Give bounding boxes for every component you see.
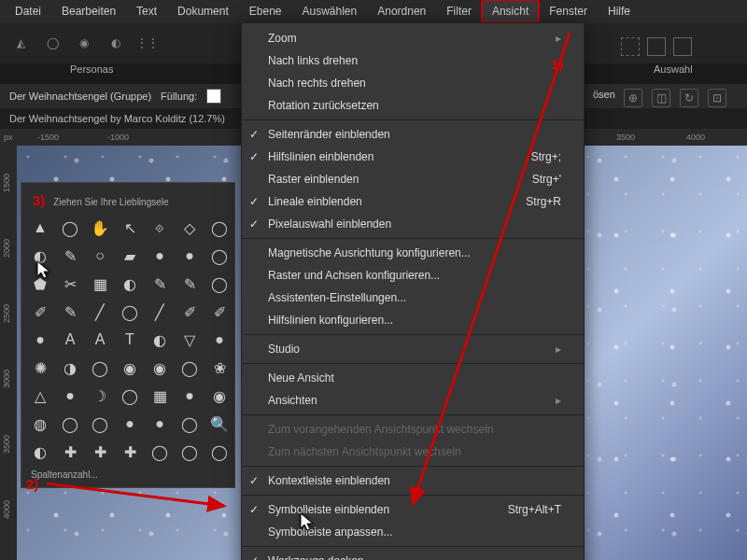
tool-item-27[interactable]: ✐ [206, 300, 233, 324]
tool-item-14[interactable]: ⬟ [27, 272, 53, 296]
menu-item-raster-einblenden[interactable]: Raster einblendenStrg+' [242, 168, 584, 190]
tool-item-44[interactable]: ☽ [87, 384, 113, 408]
tool-item-57[interactable]: ✚ [57, 440, 83, 464]
tool-item-29[interactable]: A [57, 328, 83, 352]
persona-develop-icon[interactable]: ◐ [106, 34, 125, 52]
menu-item-hilfslinien-konfigurieren[interactable]: Hilfslinien konfigurieren... [242, 309, 584, 331]
tool-palette-footer[interactable]: Spaltenanzahl... [27, 464, 229, 482]
menu-anordnen[interactable]: Anordnen [368, 1, 435, 21]
document-tab[interactable]: Der Weihnachtsengel by Marco Kolditz (12… [9, 113, 225, 124]
tool-item-19[interactable]: ✎ [176, 272, 203, 296]
menu-ebene[interactable]: Ebene [240, 1, 291, 21]
menu-item-studio[interactable]: Studio▸ [242, 338, 584, 360]
tool-item-6[interactable]: ◯ [206, 216, 233, 240]
tool-item-31[interactable]: T [117, 328, 143, 352]
persona-liquify-icon[interactable]: ◉ [75, 34, 93, 52]
tool-item-1[interactable]: ◯ [57, 216, 83, 240]
menu-item-nach-links-drehen[interactable]: Nach links drehen [242, 49, 584, 72]
tool-item-34[interactable]: ● [206, 328, 233, 352]
tool-item-17[interactable]: ◐ [117, 272, 143, 296]
tool-item-18[interactable]: ✎ [147, 272, 173, 296]
tool-item-43[interactable]: ● [57, 384, 83, 408]
menu-hilfe[interactable]: Hilfe [599, 1, 640, 21]
persona-export-icon[interactable]: ⋮⋮ [138, 34, 157, 52]
crop-icon[interactable]: ◫ [652, 89, 670, 107]
menu-datei[interactable]: Datei [6, 1, 50, 21]
menu-bearbeiten[interactable]: Bearbeiten [52, 1, 125, 21]
menu-item-werkzeuge-docken[interactable]: ✓Werkzeuge docken [242, 550, 584, 560]
tool-item-52[interactable]: ● [117, 412, 143, 436]
persona-photo-icon[interactable]: ◯ [43, 34, 62, 52]
tool-item-54[interactable]: ◯ [176, 412, 203, 436]
tool-item-53[interactable]: ● [147, 412, 173, 436]
tool-item-35[interactable]: ✺ [27, 356, 53, 380]
tool-item-23[interactable]: ╱ [87, 300, 113, 324]
tool-item-20[interactable]: ◯ [206, 272, 233, 296]
menu-text[interactable]: Text [127, 1, 166, 21]
menu-item-magnetische-ausrichtung-konfigurieren[interactable]: Magnetische Ausrichtung konfigurieren... [242, 242, 584, 264]
tool-item-61[interactable]: ◯ [176, 440, 203, 464]
tool-item-21[interactable]: ✐ [27, 300, 53, 324]
menu-ansicht[interactable]: Ansicht [483, 1, 538, 21]
tool-item-12[interactable]: ● [176, 244, 203, 268]
tool-item-60[interactable]: ◯ [147, 440, 173, 464]
tool-item-32[interactable]: ◐ [147, 328, 173, 352]
tool-item-42[interactable]: △ [27, 384, 53, 408]
tool-item-8[interactable]: ✎ [57, 244, 83, 268]
tool-item-3[interactable]: ↖ [117, 216, 143, 240]
tool-item-36[interactable]: ◑ [57, 356, 83, 380]
tool-item-33[interactable]: ▽ [176, 328, 203, 352]
menu-filter[interactable]: Filter [437, 1, 481, 21]
tool-item-45[interactable]: ◯ [117, 384, 143, 408]
tool-item-15[interactable]: ✂ [57, 272, 83, 296]
tool-item-25[interactable]: ╱ [147, 300, 173, 324]
menu-item-hilfslinien-einblenden[interactable]: ✓Hilfslinien einblendenStrg+; [242, 146, 584, 168]
tool-item-38[interactable]: ◉ [117, 356, 143, 380]
menu-item-kontextleiste-einblenden[interactable]: ✓Kontextleiste einblenden [242, 469, 584, 492]
tool-item-16[interactable]: ▦ [87, 272, 113, 296]
tool-item-4[interactable]: ⟐ [147, 216, 173, 240]
tool-item-11[interactable]: ● [147, 244, 173, 268]
tool-item-9[interactable]: ○ [87, 244, 113, 268]
menu-auswählen[interactable]: Auswählen [292, 1, 366, 21]
tool-item-2[interactable]: ✋ [87, 216, 113, 240]
tool-item-28[interactable]: ● [27, 328, 53, 352]
tool-item-48[interactable]: ◉ [206, 384, 233, 408]
menu-fenster[interactable]: Fenster [540, 1, 597, 21]
tool-item-46[interactable]: ▦ [147, 384, 173, 408]
menu-item-neue-ansicht[interactable]: Neue Ansicht [242, 367, 584, 389]
menu-item-ansichten[interactable]: Ansichten▸ [242, 389, 584, 412]
menu-dokument[interactable]: Dokument [168, 1, 238, 21]
tool-item-56[interactable]: ◐ [27, 440, 53, 464]
tool-item-58[interactable]: ✚ [87, 440, 113, 464]
tool-item-49[interactable]: ◍ [27, 412, 53, 436]
menu-item-raster-und-achsen-konfigurieren[interactable]: Raster und Achsen konfigurieren... [242, 264, 584, 287]
menu-item-nach-rechts-drehen[interactable]: Nach rechts drehen [242, 72, 584, 94]
menu-item-pixelauswahl-einblenden[interactable]: ✓Pixelauswahl einblenden [242, 213, 584, 235]
menu-item-zoom[interactable]: Zoom▸ [242, 27, 584, 49]
tool-item-62[interactable]: ◯ [206, 440, 233, 464]
menu-item-rotation-zur-cksetzen[interactable]: Rotation zurücksetzen [242, 94, 584, 117]
rotate-icon[interactable]: ↻ [680, 89, 698, 107]
menu-item-lineale-einblenden[interactable]: ✓Lineale einblendenStrg+R [242, 190, 584, 213]
menu-item-symbolleiste-einblenden[interactable]: ✓Symbolleiste einblendenStrg+Alt+T [242, 498, 584, 521]
tool-item-7[interactable]: ◐ [27, 244, 53, 268]
tool-item-10[interactable]: ▰ [117, 244, 143, 268]
tool-item-55[interactable]: 🔍 [206, 412, 233, 436]
menu-item-seitenr-nder-einblenden[interactable]: ✓Seitenränder einblenden [242, 123, 584, 146]
tool-item-39[interactable]: ◉ [147, 356, 173, 380]
tool-item-51[interactable]: ◯ [87, 412, 113, 436]
fill-color-swatch[interactable] [206, 89, 221, 104]
tool-item-5[interactable]: ◇ [176, 216, 203, 240]
target-icon[interactable]: ⊕ [624, 89, 642, 107]
selection-dashed-icon[interactable] [621, 37, 640, 56]
tool-item-50[interactable]: ◯ [57, 412, 83, 436]
tool-item-22[interactable]: ✎ [57, 300, 83, 324]
tool-item-26[interactable]: ✐ [176, 300, 203, 324]
tool-item-13[interactable]: ◯ [206, 244, 233, 268]
selection-invert-icon[interactable] [647, 37, 666, 56]
menu-item-symbolleiste-anpassen[interactable]: Symbolleiste anpassen... [242, 521, 584, 543]
tool-item-47[interactable]: ● [176, 384, 203, 408]
tool-item-24[interactable]: ◯ [117, 300, 143, 324]
tool-item-40[interactable]: ◯ [176, 356, 203, 380]
